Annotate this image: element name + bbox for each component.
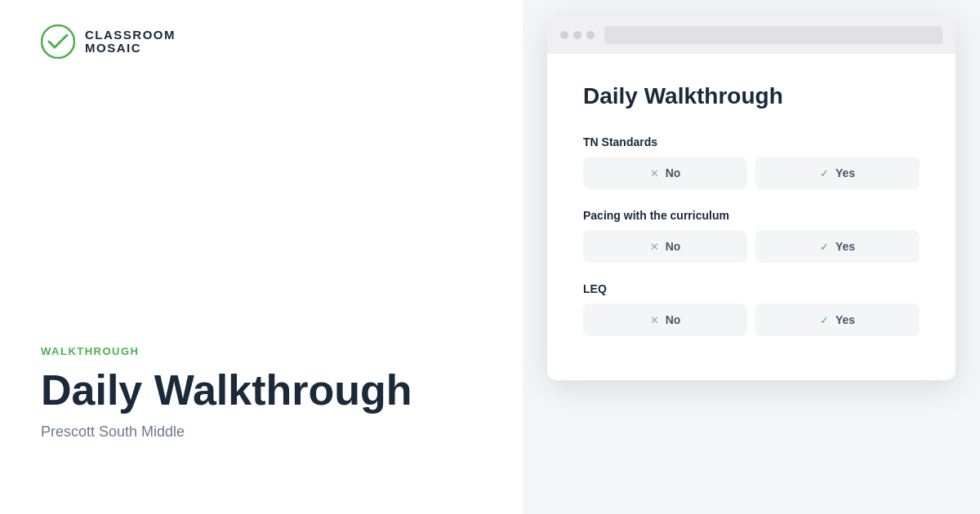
browser-dot-3 [586,31,595,39]
check-icon-leq: ✓ [820,314,829,326]
school-name: Prescott South Middle [41,423,498,441]
browser-dot-2 [573,31,581,39]
question-label-tn-standards: TN Standards [583,135,920,148]
question-leq: LEQ ✕ No ✓ Yes [583,282,920,336]
logo-line1: CLASSROOM [85,29,176,42]
x-icon-leq: ✕ [650,314,659,326]
question-tn-standards: TN Standards ✕ No ✓ Yes [583,135,920,189]
right-panel: Daily Walkthrough TN Standards ✕ No ✓ Ye… [523,0,980,514]
pacing-no-label: No [666,240,681,253]
leq-yes-button[interactable]: ✓ Yes [755,304,920,336]
browser-dot-1 [560,31,568,39]
question-label-pacing: Pacing with the curriculum [583,209,920,222]
pacing-yes-button[interactable]: ✓ Yes [755,230,920,263]
question-pacing: Pacing with the curriculum ✕ No ✓ Yes [583,209,920,263]
tn-standards-no-button[interactable]: ✕ No [583,157,747,189]
browser-mockup: Daily Walkthrough TN Standards ✕ No ✓ Ye… [547,16,956,380]
check-icon-tn: ✓ [820,167,829,179]
check-icon-pacing: ✓ [820,241,829,253]
x-icon-pacing: ✕ [650,241,659,253]
tn-standards-no-label: No [666,166,681,179]
left-panel: CLASSROOM MOSAIC WALKTHROUGH Daily Walkt… [0,0,539,514]
leq-no-label: No [666,313,681,326]
question-label-leq: LEQ [583,282,920,295]
browser-url-bar [604,26,942,44]
browser-toolbar [547,16,956,54]
logo-text: CLASSROOM MOSAIC [85,29,176,55]
logo-line2: MOSAIC [85,42,176,55]
leq-no-button[interactable]: ✕ No [583,304,747,336]
pacing-no-button[interactable]: ✕ No [583,230,747,263]
pacing-choices: ✕ No ✓ Yes [583,230,920,263]
logo-icon [41,24,75,59]
svg-point-2 [42,25,74,58]
form-content: Daily Walkthrough TN Standards ✕ No ✓ Ye… [547,54,956,380]
section-label: WALKTHROUGH [41,345,498,357]
tn-standards-choices: ✕ No ✓ Yes [583,157,920,189]
form-title: Daily Walkthrough [583,83,920,109]
browser-dots [560,31,595,39]
x-icon-tn: ✕ [650,167,659,179]
tn-standards-yes-label: Yes [835,166,855,179]
leq-yes-label: Yes [835,313,855,326]
leq-choices: ✕ No ✓ Yes [583,304,920,336]
page-title: Daily Walkthrough [41,367,498,414]
left-bottom-content: WALKTHROUGH Daily Walkthrough Prescott S… [41,345,498,490]
pacing-yes-label: Yes [835,240,855,253]
tn-standards-yes-button[interactable]: ✓ Yes [755,157,920,189]
logo-area: CLASSROOM MOSAIC [41,24,498,59]
